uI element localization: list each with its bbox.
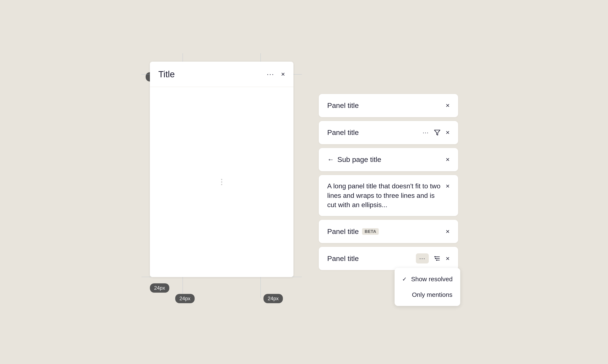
- dimension-label-24px-bottom: 24px: [150, 283, 169, 293]
- panel-2-close-button[interactable]: ×: [446, 129, 450, 136]
- more-options-button[interactable]: ···: [267, 70, 274, 78]
- svg-point-4: [434, 256, 436, 257]
- check-icon: ✓: [402, 276, 407, 283]
- panel-4-actions: ×: [446, 182, 450, 190]
- panel-1-title: Panel title: [327, 101, 359, 110]
- main-panel-body: [150, 87, 293, 277]
- panel-6-more-button[interactable]: ···: [416, 253, 429, 263]
- main-panel-card: Title ··· ×: [150, 62, 293, 277]
- only-mentions-item[interactable]: Only mentions: [395, 287, 460, 303]
- drag-handle: [221, 179, 222, 185]
- panel-5-left: Panel title BETA: [327, 227, 379, 236]
- panel-variant-3: ← Sub page title ×: [319, 148, 458, 171]
- dimension-label-24px-right: 24px: [263, 294, 283, 303]
- svg-marker-0: [434, 130, 440, 135]
- panel-4-row: A long panel title that doesn't fit to t…: [327, 181, 450, 210]
- panel-3-close-button[interactable]: ×: [446, 156, 450, 163]
- panel-3-actions: ×: [446, 156, 450, 163]
- show-resolved-label: Show resolved: [411, 275, 453, 283]
- show-resolved-item[interactable]: ✓ Show resolved: [395, 271, 460, 287]
- back-arrow-button[interactable]: ←: [327, 156, 334, 163]
- dropdown-menu: ✓ Show resolved Only mentions: [395, 268, 460, 306]
- drag-dot-3: [221, 184, 222, 185]
- panel-variant-2: Panel title ··· ×: [319, 121, 458, 144]
- spec-container: Title ··· ×: [150, 62, 293, 277]
- panel-1-actions: ×: [446, 102, 450, 109]
- drag-dot-1: [221, 179, 222, 180]
- panel-variant-1: Panel title ×: [319, 94, 458, 117]
- panel-variants-section: Panel title × Panel title ··· × ← Sub pa…: [319, 94, 458, 270]
- main-panel-header: Title ··· ×: [150, 62, 293, 87]
- panel-3-title: Sub page title: [337, 156, 381, 164]
- svg-point-6: [436, 260, 437, 261]
- panel-2-more-button[interactable]: ···: [423, 129, 429, 136]
- panel-4-close-button[interactable]: ×: [446, 182, 450, 190]
- beta-badge: BETA: [362, 228, 379, 235]
- panel-1-close-button[interactable]: ×: [446, 102, 450, 109]
- panel-2-title: Panel title: [327, 128, 359, 137]
- panel-5-actions: ×: [446, 228, 450, 235]
- filter-icon[interactable]: [434, 129, 440, 136]
- only-mentions-label: Only mentions: [412, 291, 453, 298]
- panel-3-left: ← Sub page title: [327, 156, 381, 164]
- main-panel-actions: ··· ×: [267, 70, 285, 78]
- panel-6-close-button[interactable]: ×: [446, 255, 450, 262]
- drag-dot-2: [221, 181, 222, 183]
- main-panel-title: Title: [158, 69, 175, 79]
- panel-5-close-button[interactable]: ×: [446, 228, 450, 235]
- panel-4-title: A long panel title that doesn't fit to t…: [327, 181, 446, 210]
- settings-icon[interactable]: [434, 255, 440, 262]
- design-spec-panel: 60px Title ··· ×: [150, 62, 293, 302]
- svg-point-5: [435, 258, 436, 259]
- panel-6-actions: ··· ×: [416, 253, 450, 263]
- close-button[interactable]: ×: [281, 70, 285, 78]
- panel-variant-4: A long panel title that doesn't fit to t…: [319, 175, 458, 216]
- dimension-label-24px-left: 24px: [175, 294, 195, 303]
- panel-6-title: Panel title: [327, 254, 359, 263]
- panel-variant-5: Panel title BETA ×: [319, 220, 458, 243]
- panel-variant-6: Panel title ··· × ✓ Show resolved: [319, 247, 458, 270]
- panel-5-title: Panel title: [327, 227, 359, 236]
- panel-2-actions: ··· ×: [423, 129, 450, 136]
